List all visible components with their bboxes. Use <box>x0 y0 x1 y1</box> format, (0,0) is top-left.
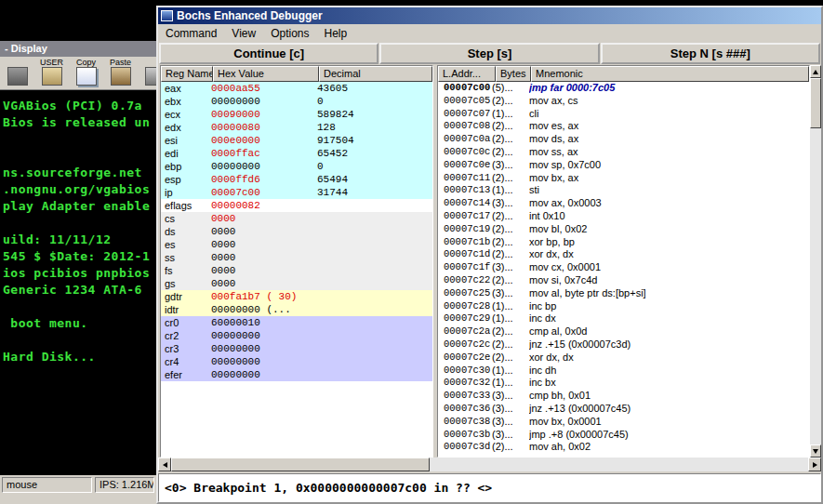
register-row[interactable]: gs0000 <box>161 277 432 290</box>
display-title-bar[interactable]: - Display <box>0 41 156 57</box>
disasm-row[interactable]: 00007c08(2)...mov es, ax <box>438 120 809 133</box>
menu-options[interactable]: Options <box>263 25 316 42</box>
register-row[interactable]: ebx000000000 <box>161 95 432 108</box>
disasm-address: 00007c17 <box>438 210 492 223</box>
disasm-row[interactable]: 00007c07(1)...cli <box>438 108 809 121</box>
register-row[interactable]: fs0000 <box>161 264 432 277</box>
disasm-row[interactable]: 00007c25(3)...mov al, byte ptr ds:[bp+si… <box>438 287 809 300</box>
register-row[interactable]: ds0000 <box>161 225 432 238</box>
register-row[interactable]: idtr00000000 (... <box>161 303 432 316</box>
disasm-row[interactable]: 00007c38(3)...mov bx, 0x0001 <box>438 416 809 429</box>
screen: - Display USERCopyPaste VGABios (PCI) 0.… <box>0 0 823 504</box>
register-row[interactable]: ss0000 <box>161 251 432 264</box>
register-row[interactable]: esp0000ffd665494 <box>161 173 432 186</box>
disasm-row[interactable]: 00007c0a(2)...mov ds, ax <box>438 133 809 146</box>
display-status-bar: mouse IPS: 1.216M <box>0 475 156 495</box>
main-horizontal-scrollbar[interactable] <box>158 458 821 471</box>
disasm-row[interactable]: 00007c29(1)...inc dx <box>438 312 809 325</box>
disasm-row[interactable]: 00007c28(1)...inc bp <box>438 300 809 313</box>
continue-button[interactable]: Continue [c] <box>159 43 378 64</box>
scroll-up-button[interactable] <box>810 65 821 78</box>
config-icon <box>7 67 28 86</box>
menu-command[interactable]: Command <box>158 25 224 42</box>
disasm-row[interactable]: 00007c32(1)...inc bx <box>438 377 809 390</box>
debugger-title-bar[interactable]: Bochs Enhanced Debugger <box>158 7 821 24</box>
disasm-row[interactable]: 00007c13(1)...sti <box>438 184 809 197</box>
register-row[interactable]: ip00007c0031744 <box>161 186 432 199</box>
register-row[interactable]: ebp000000000 <box>161 160 432 173</box>
disasm-address: 00007c08 <box>438 120 492 133</box>
disasm-row[interactable]: 00007c1f(3)...mov cx, 0x0001 <box>438 261 809 274</box>
terminal-line <box>3 148 156 165</box>
disasm-mnemonic: xor dx, dx <box>529 248 809 261</box>
disasm-header-address[interactable]: L.Addr... <box>438 66 496 82</box>
register-row[interactable]: eflags00000082 <box>161 199 432 212</box>
disasm-mnemonic: mov si, 0x7c4d <box>529 274 809 287</box>
register-row[interactable]: eax0000aa5543605 <box>161 82 432 95</box>
reg-header-hex[interactable]: Hex Value <box>213 66 319 82</box>
register-hex: 60000010 <box>211 316 317 329</box>
register-row[interactable]: es0000 <box>161 238 432 251</box>
step-button[interactable]: Step [s] <box>379 43 599 64</box>
disasm-row[interactable]: 00007c0e(3)...mov sp, 0x7c00 <box>438 159 809 172</box>
disasm-row[interactable]: 00007c0c(2)...mov ss, ax <box>438 146 809 159</box>
disasm-row[interactable]: 00007c14(3)...mov ax, 0x0003 <box>438 197 809 210</box>
reg-header-decimal[interactable]: Decimal <box>319 66 432 82</box>
register-row[interactable]: edi0000ffac65452 <box>161 147 432 160</box>
disasm-header-bytes[interactable]: Bytes <box>496 66 531 82</box>
register-hex: 00000082 <box>211 199 317 212</box>
copy-button[interactable]: Copy <box>71 58 101 86</box>
disasm-row[interactable]: 00007c22(2)...mov si, 0x7c4d <box>438 274 809 287</box>
register-row[interactable]: efer00000000 <box>161 368 432 381</box>
mouse-status: mouse <box>2 477 92 493</box>
disasm-row[interactable]: 00007c33(3)...cmp bh, 0x01 <box>438 390 809 403</box>
terminal-line: VGABios (PCI) 0.7a <box>3 98 156 114</box>
disasm-address: 00007c05 <box>438 95 492 108</box>
register-name: ecx <box>161 108 211 121</box>
reg-header-name[interactable]: Reg Name <box>161 66 213 82</box>
vertical-scroll-thumb[interactable] <box>810 78 821 128</box>
config-button[interactable] <box>2 58 33 86</box>
register-row[interactable]: gdtr000fa1b7 ( 30) <box>161 290 432 303</box>
terminal-line: 545 $ $Date: 2012-1 <box>3 248 156 265</box>
register-row[interactable]: cr300000000 <box>161 342 432 355</box>
disasm-row[interactable]: 00007c2e(2)...xor dx, dx <box>438 351 809 365</box>
scroll-right-button[interactable] <box>808 458 821 471</box>
menu-view[interactable]: View <box>224 25 263 42</box>
register-row[interactable]: cs0000 <box>161 212 432 225</box>
register-hex: 0000 <box>211 212 317 225</box>
disasm-row[interactable]: 00007c2c(2)...jnz .+15 (0x00007c3d) <box>438 338 809 351</box>
disasm-row[interactable]: 00007c3d(2)...mov ah, 0x02 <box>438 441 809 454</box>
disasm-row[interactable]: 00007c00(5)...jmp far 0000:7c05 <box>438 82 809 95</box>
disasm-row[interactable]: 00007c05(2)...mov ax, cs <box>438 95 809 108</box>
menu-help[interactable]: Help <box>317 25 355 42</box>
disasm-row[interactable]: 00007c2a(2)...cmp al, 0x0d <box>438 325 809 338</box>
disasm-row[interactable]: 00007c19(2)...mov bl, 0x02 <box>438 223 809 236</box>
disasm-row[interactable]: 00007c1b(2)...xor bp, bp <box>438 236 809 249</box>
scroll-down-button[interactable] <box>810 444 821 458</box>
register-row[interactable]: cr060000010 <box>161 316 432 329</box>
disasm-bytes: (2)... <box>492 274 529 287</box>
register-name: ip <box>161 186 211 199</box>
disasm-row[interactable]: 00007c17(2)...int 0x10 <box>438 210 809 223</box>
scroll-left-button[interactable] <box>158 458 171 471</box>
register-row[interactable]: edx00000080128 <box>161 121 432 134</box>
register-row[interactable]: cr400000000 <box>161 355 432 368</box>
disasm-row[interactable]: 00007c36(3)...jnz .+13 (0x00007c45) <box>438 403 809 416</box>
register-row[interactable]: cr200000000 <box>161 329 432 342</box>
snapshot-button[interactable] <box>139 58 156 86</box>
horizontal-scroll-thumb[interactable] <box>171 458 430 471</box>
disasm-header-mnemonic[interactable]: Mnemonic <box>531 66 809 82</box>
disasm-vertical-scrollbar[interactable] <box>810 65 821 458</box>
paste-button[interactable]: Paste <box>105 58 136 86</box>
register-row[interactable]: esi000e0000917504 <box>161 134 432 147</box>
disasm-row[interactable]: 00007c11(2)...mov bx, ax <box>438 172 809 185</box>
step-n-button[interactable]: Step N [s ###] <box>601 43 820 64</box>
register-name: efer <box>161 368 211 381</box>
register-hex: 0000ffd6 <box>211 173 317 186</box>
disasm-row[interactable]: 00007c30(1)...inc dh <box>438 365 809 378</box>
disasm-row[interactable]: 00007c1d(2)...xor dx, dx <box>438 248 809 261</box>
register-row[interactable]: ecx00090000589824 <box>161 108 432 121</box>
user-button[interactable]: USER <box>36 58 67 86</box>
disasm-row[interactable]: 00007c3b(3)...jmp .+8 (0x00007c45) <box>438 429 809 442</box>
